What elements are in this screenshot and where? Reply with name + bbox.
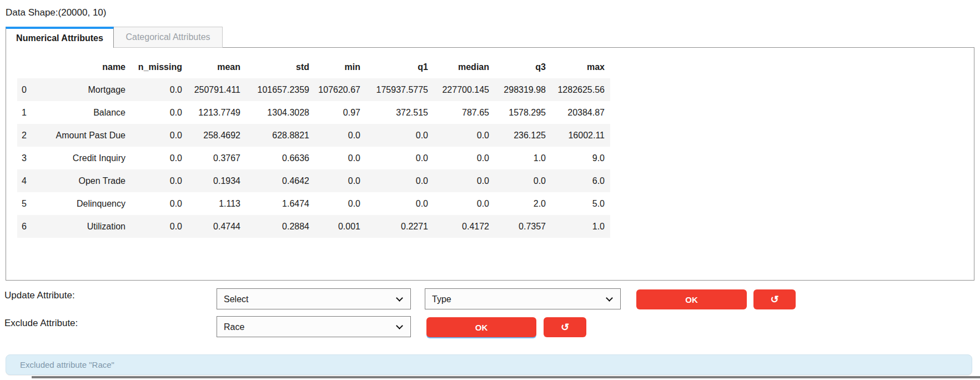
row-index: 1 <box>17 101 39 124</box>
table-header-row: namen_missingmeanstdminq1medianq3max <box>17 56 610 78</box>
cell-name: Delinquency <box>39 192 131 215</box>
cell-q1: 0.0 <box>366 169 434 192</box>
cell-name: Utilization <box>39 215 131 238</box>
update-attribute-select[interactable]: Select <box>217 288 411 309</box>
exclude-attribute-select[interactable]: Race <box>217 316 411 337</box>
cell-name: Mortgage <box>39 78 131 101</box>
numerical-stats-table: namen_missingmeanstdminq1medianq3max 0Mo… <box>17 56 610 238</box>
cell-name: Amount Past Due <box>39 124 131 147</box>
cell-n_missing: 0.0 <box>131 147 188 169</box>
cell-mean: 0.4744 <box>188 215 246 238</box>
header-max: max <box>551 56 610 78</box>
exclude-reset-button[interactable]: ↺ <box>544 317 586 337</box>
header-q1: q1 <box>366 56 434 78</box>
cell-name: Open Trade <box>39 169 131 192</box>
table-row: 4Open Trade0.00.19340.46420.00.00.00.06.… <box>17 169 610 192</box>
header-n_missing: n_missing <box>131 56 188 78</box>
cell-n_missing: 0.0 <box>131 215 188 238</box>
status-message-bar: Excluded attribute "Race" <box>6 354 972 375</box>
tab-categorical-attributes[interactable]: Categorical Attributes <box>114 27 223 48</box>
cell-q3: 1578.295 <box>495 101 551 124</box>
tab-numerical-attributes[interactable]: Numerical Attributes <box>6 27 114 48</box>
cell-min: 0.0 <box>315 124 366 147</box>
data-shape-label: Data Shape:(20000, 10) <box>6 7 106 18</box>
header-mean: mean <box>188 56 246 78</box>
table-row: 6Utilization0.00.47440.28840.0010.22710.… <box>17 215 610 238</box>
exclude-ok-button[interactable]: OK <box>426 317 536 337</box>
cell-mean: 250791.411 <box>188 78 246 101</box>
update-type-select[interactable]: Type <box>425 288 621 309</box>
cell-n_missing: 0.0 <box>131 169 188 192</box>
update-attribute-select-wrap: Select <box>217 288 411 309</box>
cell-median: 0.0 <box>434 169 495 192</box>
cell-min: 0.97 <box>315 101 366 124</box>
table-body: 0Mortgage0.0250791.411101657.2359107620.… <box>17 78 610 238</box>
undo-icon: ↺ <box>561 321 569 333</box>
cell-max: 6.0 <box>551 169 610 192</box>
cell-n_missing: 0.0 <box>131 124 188 147</box>
numerical-attributes-panel: namen_missingmeanstdminq1medianq3max 0Mo… <box>6 47 974 281</box>
cell-min: 0.0 <box>315 147 366 169</box>
cell-max: 16002.11 <box>551 124 610 147</box>
cell-std: 1.6474 <box>246 192 315 215</box>
row-index: 3 <box>17 147 39 169</box>
cell-n_missing: 0.0 <box>131 101 188 124</box>
row-index: 6 <box>17 215 39 238</box>
cell-median: 787.65 <box>434 101 495 124</box>
cell-q1: 175937.5775 <box>366 78 434 101</box>
update-attribute-label: Update Attribute: <box>4 290 75 301</box>
cell-max: 20384.87 <box>551 101 610 124</box>
update-reset-button[interactable]: ↺ <box>753 289 796 309</box>
cell-std: 628.8821 <box>246 124 315 147</box>
cell-min: 0.0 <box>315 169 366 192</box>
cell-q3: 0.7357 <box>495 215 551 238</box>
cell-std: 0.4642 <box>246 169 315 192</box>
table-row: 3Credit Inquiry0.00.37670.66360.00.00.01… <box>17 147 610 169</box>
cell-max: 9.0 <box>551 147 610 169</box>
cell-max: 1.0 <box>551 215 610 238</box>
header-index <box>17 56 39 78</box>
cell-mean: 1.113 <box>188 192 246 215</box>
cell-n_missing: 0.0 <box>131 192 188 215</box>
cell-q3: 2.0 <box>495 192 551 215</box>
cell-max: 5.0 <box>551 192 610 215</box>
cell-median: 227700.145 <box>434 78 495 101</box>
table-row: 0Mortgage0.0250791.411101657.2359107620.… <box>17 78 610 101</box>
cell-q3: 298319.98 <box>495 78 551 101</box>
tab-bar: Numerical Attributes Categorical Attribu… <box>6 27 223 48</box>
cell-q1: 372.515 <box>366 101 434 124</box>
cell-min: 107620.67 <box>315 78 366 101</box>
undo-icon: ↺ <box>770 293 778 306</box>
cell-median: 0.0 <box>434 147 495 169</box>
cell-std: 0.2884 <box>246 215 315 238</box>
row-index: 2 <box>17 124 39 147</box>
cell-q1: 0.0 <box>366 124 434 147</box>
cell-n_missing: 0.0 <box>131 78 188 101</box>
row-index: 4 <box>17 169 39 192</box>
cell-q3: 1.0 <box>495 147 551 169</box>
cell-std: 101657.2359 <box>246 78 315 101</box>
header-median: median <box>434 56 495 78</box>
header-min: min <box>315 56 366 78</box>
row-index: 0 <box>17 78 39 101</box>
bottom-divider <box>32 376 980 378</box>
cell-q3: 236.125 <box>495 124 551 147</box>
header-std: std <box>246 56 315 78</box>
exclude-attribute-select-wrap: Race <box>217 316 411 337</box>
cell-min: 0.001 <box>315 215 366 238</box>
cell-std: 1304.3028 <box>246 101 315 124</box>
cell-q1: 0.0 <box>366 147 434 169</box>
cell-q1: 0.2271 <box>366 215 434 238</box>
cell-median: 0.0 <box>434 192 495 215</box>
table-row: 5Delinquency0.01.1131.64740.00.00.02.05.… <box>17 192 610 215</box>
cell-q3: 0.0 <box>495 169 551 192</box>
cell-name: Balance <box>39 101 131 124</box>
cell-mean: 0.1934 <box>188 169 246 192</box>
table-row: 2Amount Past Due0.0258.4692628.88210.00.… <box>17 124 610 147</box>
update-type-select-wrap: Type <box>425 288 621 309</box>
header-q3: q3 <box>495 56 551 78</box>
tab-numerical-label: Numerical Attributes <box>16 33 103 43</box>
status-message-text: Excluded attribute "Race" <box>20 360 114 369</box>
cell-mean: 258.4692 <box>188 124 246 147</box>
update-ok-button[interactable]: OK <box>636 289 747 309</box>
